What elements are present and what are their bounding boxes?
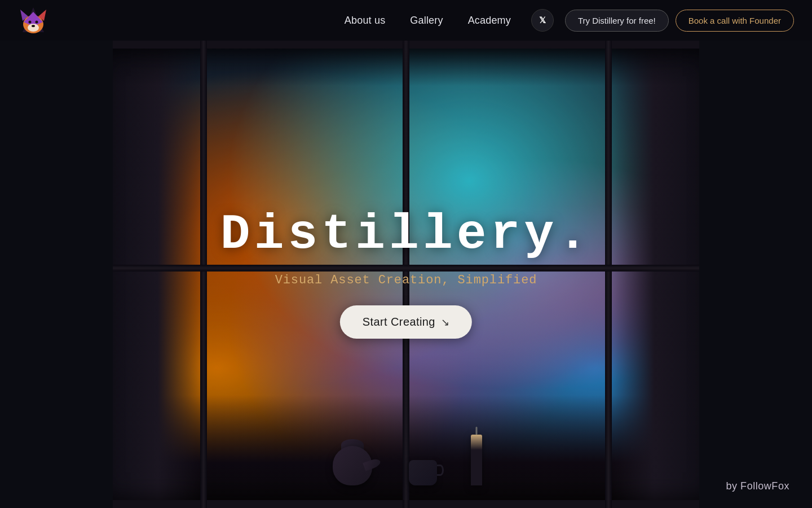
windowsill-objects (90, 395, 722, 485)
candle-decoration (471, 435, 482, 485)
svg-point-8 (36, 21, 38, 24)
hero-title: Distillery. (220, 210, 592, 260)
hero-content: Distillery. Visual Asset Creation, Simpl… (220, 210, 592, 339)
book-call-button[interactable]: Book a call with Founder (676, 10, 794, 32)
arrow-icon: ↘ (441, 316, 449, 329)
x-twitter-button[interactable]: 𝕏 (531, 9, 554, 32)
nav-gallery[interactable]: Gallery (410, 15, 443, 27)
hero-section: Distillery. Visual Asset Creation, Simpl… (0, 41, 812, 508)
start-creating-label: Start Creating (363, 316, 435, 329)
logo-wrap[interactable] (18, 5, 48, 36)
svg-point-6 (32, 25, 35, 27)
hero-subtitle: Visual Asset Creation, Simplified (275, 273, 537, 287)
nav-about-us[interactable]: About us (345, 15, 386, 27)
cup-decoration (409, 460, 437, 485)
navbar: About us Gallery Academy 𝕏 Try Distiller… (0, 0, 812, 41)
side-panel-left (0, 41, 113, 508)
side-panel-right (699, 41, 812, 508)
teapot-decoration (330, 429, 375, 485)
svg-point-7 (29, 21, 32, 24)
nav-academy[interactable]: Academy (468, 15, 511, 27)
start-creating-button[interactable]: Start Creating ↘ (340, 305, 472, 339)
x-twitter-icon: 𝕏 (539, 15, 546, 25)
footer-credit: by FollowFox (726, 480, 789, 492)
try-free-button[interactable]: Try Distillery for free! (565, 10, 669, 32)
fox-logo-icon (18, 5, 48, 36)
nav-links: About us Gallery Academy (345, 15, 511, 27)
